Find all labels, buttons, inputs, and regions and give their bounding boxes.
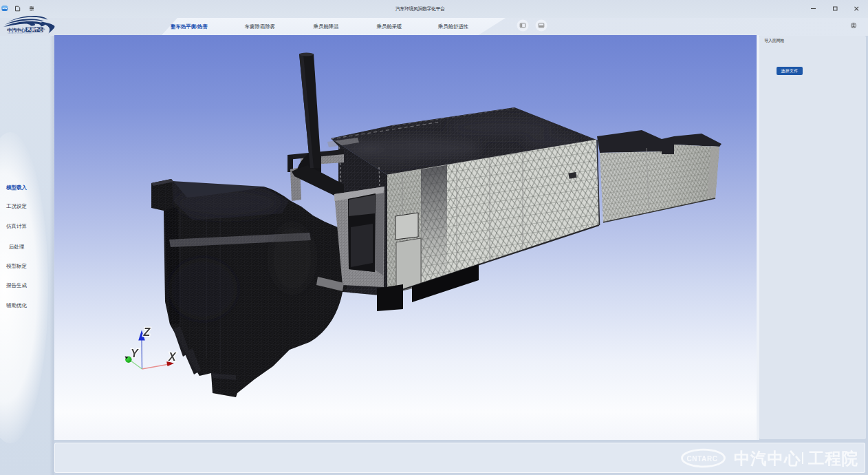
svg-text:CNTARC: CNTARC [687,455,718,463]
svg-text:X: X [168,351,177,363]
svg-text:Z: Z [143,326,151,338]
svg-text:工程院: 工程院 [807,450,858,467]
svg-text:CATARC WIND TUNNEL: CATARC WIND TUNNEL [8,32,32,34]
svg-text:中汽中心: 中汽中心 [734,450,801,467]
svg-text:风洞中心: 风洞中心 [26,27,43,32]
svg-text:Y: Y [131,348,139,359]
